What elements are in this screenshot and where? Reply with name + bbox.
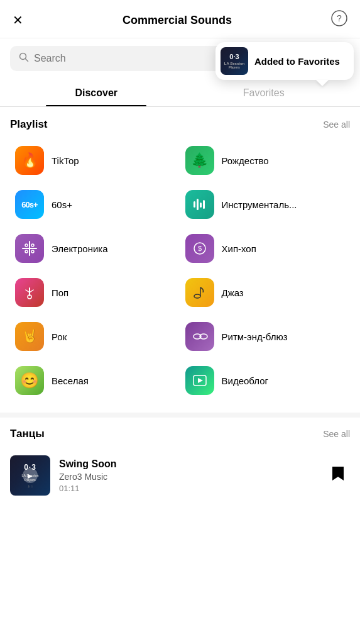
help-button[interactable]: ? [331,10,347,30]
svg-rect-4 [194,201,195,208]
toast-thumbnail: 0·3 LA Session Players [221,47,248,75]
svg-rect-5 [197,199,199,210]
song-item-swing-soon[interactable]: 0·3 LA SessionPlayers ♩♪♫ ▶ Swing Soon Z… [10,449,350,502]
pop-label: Поп [52,287,68,298]
60s-icon: 60s+ [15,190,44,219]
playlist-item-hiphop[interactable]: $ Хип-хоп [180,228,351,269]
playlist-item-instrumental[interactable]: Инструменталь... [180,184,351,225]
dances-see-all[interactable]: See all [323,429,350,439]
tiktop-label: TikTop [52,155,79,166]
section-divider [0,413,360,418]
jazz-icon [185,278,214,307]
bookmark-button[interactable] [326,460,350,491]
veselaya-icon: 😊 [15,366,44,395]
rozhdestvo-label: Рождество [222,155,269,166]
svg-marker-27 [198,378,203,383]
playlist-section-header: Playlist See all [10,118,350,131]
play-icon: ▶ [23,468,38,483]
header: ✕ Commercial Sounds ? [0,0,360,38]
rhythm-blues-icon [185,322,214,351]
playlist-item-60s[interactable]: 60s+ 60s+ [10,184,180,225]
tab-discover[interactable]: Discover [13,79,180,106]
toast-label: Added to Favorites [254,56,340,67]
svg-point-10 [25,244,28,247]
song-thumbnail: 0·3 LA SessionPlayers ♩♪♫ ▶ [10,455,50,496]
song-title: Swing Soon [59,458,317,470]
close-button[interactable]: ✕ [13,14,23,26]
svg-line-3 [26,59,28,62]
pop-icon [15,278,44,307]
added-to-favorites-toast: 0·3 LA Session Players Added to Favorite… [215,42,354,80]
page-title: Commercial Sounds [123,14,232,27]
videoblog-label: Видеоблог [222,375,268,386]
playlist-title: Playlist [10,118,48,131]
hiphop-icon: $ [185,234,214,263]
tiktop-icon: 🔥 [15,146,44,175]
videoblog-icon [185,366,214,395]
rhythm-blues-label: Ритм-энд-блюз [222,331,288,342]
song-duration: 01:11 [59,484,317,493]
hiphop-label: Хип-хоп [222,243,256,254]
svg-point-20 [194,294,200,298]
svg-point-12 [25,250,28,253]
svg-point-13 [31,244,34,247]
elektronika-icon [15,234,44,263]
playlist-grid: 🔥 TikTop 🌲 Рождество 60s+ 60s+ Инструмен… [10,140,350,401]
jazz-label: Джаз [222,287,244,298]
playlist-see-all[interactable]: See all [323,119,350,130]
instrumental-label: Инструменталь... [222,199,297,210]
rok-label: Рок [52,331,67,342]
playlist-section: Playlist See all 🔥 TikTop 🌲 Рождество 60… [0,107,360,401]
playlist-item-pop[interactable]: Поп [10,272,180,313]
playlist-item-veselaya[interactable]: 😊 Веселая [10,360,180,401]
svg-rect-6 [200,203,202,208]
svg-rect-7 [203,200,205,209]
playlist-item-rok[interactable]: 🤘 Рок [10,316,180,357]
60s-label: 60s+ [52,199,72,210]
veselaya-label: Веселая [52,375,89,386]
playlist-item-jazz[interactable]: Джаз [180,272,351,313]
playlist-item-tiktop[interactable]: 🔥 TikTop [10,140,180,181]
rozhdestvo-icon: 🌲 [185,146,214,175]
search-icon [19,52,29,65]
dances-title: Танцы [10,428,45,440]
tabs-bar: Discover Favorites [0,79,360,107]
svg-text:🤘: 🤘 [22,328,38,343]
dances-section: Танцы See all 0·3 LA SessionPlayers ♩♪♫ … [0,418,360,502]
playlist-item-rhythm-blues[interactable]: Ритм-энд-блюз [180,316,351,357]
playlist-item-elektronika[interactable]: Электроника [10,228,180,269]
playlist-item-videoblog[interactable]: Видеоблог [180,360,351,401]
playlist-item-rozhdestvo[interactable]: 🌲 Рождество [180,140,351,181]
dances-section-header: Танцы See all [10,428,350,440]
song-info: Swing Soon Zero3 Music 01:11 [59,458,317,493]
search-toast-row: 0·3 LA Session Players Added to Favorite… [0,38,360,79]
song-artist: Zero3 Music [59,472,317,482]
svg-point-11 [31,250,34,253]
instrumental-icon [185,190,214,219]
elektronika-label: Электроника [52,243,108,254]
svg-text:?: ? [337,13,342,23]
svg-text:$: $ [197,245,201,252]
rok-icon: 🤘 [15,322,44,351]
